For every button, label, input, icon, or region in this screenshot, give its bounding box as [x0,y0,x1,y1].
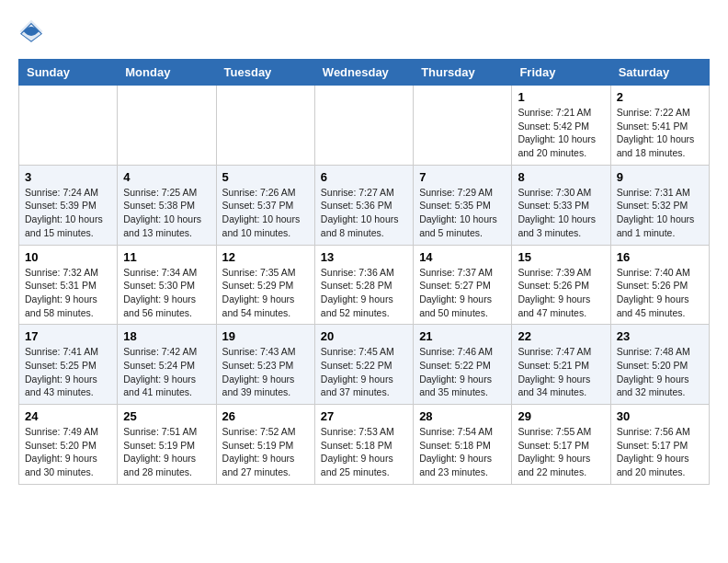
day-number: 4 [123,170,210,184]
calendar-cell: 3Sunrise: 7:24 AM Sunset: 5:39 PM Daylig… [19,165,118,245]
calendar-cell: 25Sunrise: 7:51 AM Sunset: 5:19 PM Dayli… [118,405,216,485]
day-info: Sunrise: 7:40 AM Sunset: 5:26 PM Dayligh… [617,266,703,320]
day-info: Sunrise: 7:25 AM Sunset: 5:38 PM Dayligh… [123,186,210,240]
day-info: Sunrise: 7:34 AM Sunset: 5:30 PM Dayligh… [123,266,210,320]
calendar-cell: 19Sunrise: 7:43 AM Sunset: 5:23 PM Dayli… [216,325,314,405]
day-number: 21 [419,329,506,343]
calendar-cell: 6Sunrise: 7:27 AM Sunset: 5:36 PM Daylig… [314,165,413,245]
day-number: 14 [419,250,506,264]
day-number: 15 [518,250,604,264]
calendar-cell: 1Sunrise: 7:21 AM Sunset: 5:42 PM Daylig… [512,86,610,166]
calendar-cell [216,86,314,166]
day-info: Sunrise: 7:26 AM Sunset: 5:37 PM Dayligh… [222,186,309,240]
calendar-cell: 8Sunrise: 7:30 AM Sunset: 5:33 PM Daylig… [512,165,610,245]
calendar-cell: 30Sunrise: 7:56 AM Sunset: 5:17 PM Dayli… [610,405,709,485]
day-info: Sunrise: 7:54 AM Sunset: 5:18 PM Dayligh… [419,425,506,479]
calendar-cell: 9Sunrise: 7:31 AM Sunset: 5:32 PM Daylig… [610,165,709,245]
weekday-header: Thursday [414,60,512,86]
calendar-cell [414,86,512,166]
calendar-cell: 4Sunrise: 7:25 AM Sunset: 5:38 PM Daylig… [118,165,216,245]
logo [18,18,48,44]
day-info: Sunrise: 7:32 AM Sunset: 5:31 PM Dayligh… [25,266,111,320]
weekday-header: Sunday [19,60,118,86]
weekday-header: Monday [118,60,216,86]
day-number: 26 [222,409,309,423]
calendar-header: SundayMondayTuesdayWednesdayThursdayFrid… [19,60,710,86]
day-number: 29 [518,409,604,423]
day-number: 13 [321,250,407,264]
weekday-header: Friday [512,60,610,86]
day-number: 30 [617,409,703,423]
calendar-cell: 14Sunrise: 7:37 AM Sunset: 5:27 PM Dayli… [414,245,512,325]
calendar-body: 1Sunrise: 7:21 AM Sunset: 5:42 PM Daylig… [19,86,710,485]
calendar-cell: 27Sunrise: 7:53 AM Sunset: 5:18 PM Dayli… [314,405,413,485]
page: SundayMondayTuesdayWednesdayThursdayFrid… [0,0,728,503]
calendar-cell: 28Sunrise: 7:54 AM Sunset: 5:18 PM Dayli… [414,405,512,485]
day-info: Sunrise: 7:53 AM Sunset: 5:18 PM Dayligh… [321,425,407,479]
calendar-cell: 10Sunrise: 7:32 AM Sunset: 5:31 PM Dayli… [19,245,118,325]
calendar-cell: 24Sunrise: 7:49 AM Sunset: 5:20 PM Dayli… [19,405,118,485]
calendar-cell [118,86,216,166]
calendar-week-row: 24Sunrise: 7:49 AM Sunset: 5:20 PM Dayli… [19,405,710,485]
calendar-cell: 26Sunrise: 7:52 AM Sunset: 5:19 PM Dayli… [216,405,314,485]
calendar-week-row: 1Sunrise: 7:21 AM Sunset: 5:42 PM Daylig… [19,86,710,166]
day-info: Sunrise: 7:39 AM Sunset: 5:26 PM Dayligh… [518,266,604,320]
day-number: 10 [25,250,111,264]
calendar-cell: 23Sunrise: 7:48 AM Sunset: 5:20 PM Dayli… [610,325,709,405]
day-info: Sunrise: 7:27 AM Sunset: 5:36 PM Dayligh… [321,186,407,240]
calendar-cell [19,86,118,166]
day-number: 8 [518,170,604,184]
calendar-cell: 11Sunrise: 7:34 AM Sunset: 5:30 PM Dayli… [118,245,216,325]
day-number: 1 [518,90,604,104]
calendar-cell: 18Sunrise: 7:42 AM Sunset: 5:24 PM Dayli… [118,325,216,405]
day-info: Sunrise: 7:31 AM Sunset: 5:32 PM Dayligh… [617,186,703,240]
calendar-week-row: 3Sunrise: 7:24 AM Sunset: 5:39 PM Daylig… [19,165,710,245]
day-number: 25 [123,409,210,423]
day-number: 3 [25,170,111,184]
day-info: Sunrise: 7:49 AM Sunset: 5:20 PM Dayligh… [25,425,111,479]
day-number: 7 [419,170,506,184]
day-info: Sunrise: 7:51 AM Sunset: 5:19 PM Dayligh… [123,425,210,479]
day-number: 12 [222,250,309,264]
day-info: Sunrise: 7:29 AM Sunset: 5:35 PM Dayligh… [419,186,506,240]
day-info: Sunrise: 7:37 AM Sunset: 5:27 PM Dayligh… [419,266,506,320]
day-info: Sunrise: 7:21 AM Sunset: 5:42 PM Dayligh… [518,106,604,160]
day-info: Sunrise: 7:24 AM Sunset: 5:39 PM Dayligh… [25,186,111,240]
calendar-cell: 29Sunrise: 7:55 AM Sunset: 5:17 PM Dayli… [512,405,610,485]
day-number: 5 [222,170,309,184]
calendar-week-row: 17Sunrise: 7:41 AM Sunset: 5:25 PM Dayli… [19,325,710,405]
calendar-cell: 20Sunrise: 7:45 AM Sunset: 5:22 PM Dayli… [314,325,413,405]
day-number: 24 [25,409,111,423]
calendar-week-row: 10Sunrise: 7:32 AM Sunset: 5:31 PM Dayli… [19,245,710,325]
day-info: Sunrise: 7:22 AM Sunset: 5:41 PM Dayligh… [617,106,703,160]
calendar-cell: 15Sunrise: 7:39 AM Sunset: 5:26 PM Dayli… [512,245,610,325]
day-info: Sunrise: 7:56 AM Sunset: 5:17 PM Dayligh… [617,425,703,479]
day-number: 19 [222,329,309,343]
day-info: Sunrise: 7:30 AM Sunset: 5:33 PM Dayligh… [518,186,604,240]
day-number: 6 [321,170,407,184]
calendar-cell: 2Sunrise: 7:22 AM Sunset: 5:41 PM Daylig… [610,86,709,166]
day-info: Sunrise: 7:47 AM Sunset: 5:21 PM Dayligh… [518,345,604,399]
day-info: Sunrise: 7:52 AM Sunset: 5:19 PM Dayligh… [222,425,309,479]
day-info: Sunrise: 7:42 AM Sunset: 5:24 PM Dayligh… [123,345,210,399]
day-info: Sunrise: 7:46 AM Sunset: 5:22 PM Dayligh… [419,345,506,399]
day-info: Sunrise: 7:55 AM Sunset: 5:17 PM Dayligh… [518,425,604,479]
calendar-cell: 21Sunrise: 7:46 AM Sunset: 5:22 PM Dayli… [414,325,512,405]
day-number: 9 [617,170,703,184]
day-number: 23 [617,329,703,343]
weekday-header: Wednesday [314,60,413,86]
day-info: Sunrise: 7:36 AM Sunset: 5:28 PM Dayligh… [321,266,407,320]
day-number: 2 [617,90,703,104]
calendar-cell: 22Sunrise: 7:47 AM Sunset: 5:21 PM Dayli… [512,325,610,405]
day-info: Sunrise: 7:48 AM Sunset: 5:20 PM Dayligh… [617,345,703,399]
day-number: 18 [123,329,210,343]
calendar-cell: 13Sunrise: 7:36 AM Sunset: 5:28 PM Dayli… [314,245,413,325]
day-info: Sunrise: 7:35 AM Sunset: 5:29 PM Dayligh… [222,266,309,320]
day-number: 22 [518,329,604,343]
day-info: Sunrise: 7:43 AM Sunset: 5:23 PM Dayligh… [222,345,309,399]
weekday-header: Saturday [610,60,709,86]
calendar-cell: 17Sunrise: 7:41 AM Sunset: 5:25 PM Dayli… [19,325,118,405]
calendar-cell [314,86,413,166]
calendar: SundayMondayTuesdayWednesdayThursdayFrid… [18,59,710,485]
day-info: Sunrise: 7:41 AM Sunset: 5:25 PM Dayligh… [25,345,111,399]
